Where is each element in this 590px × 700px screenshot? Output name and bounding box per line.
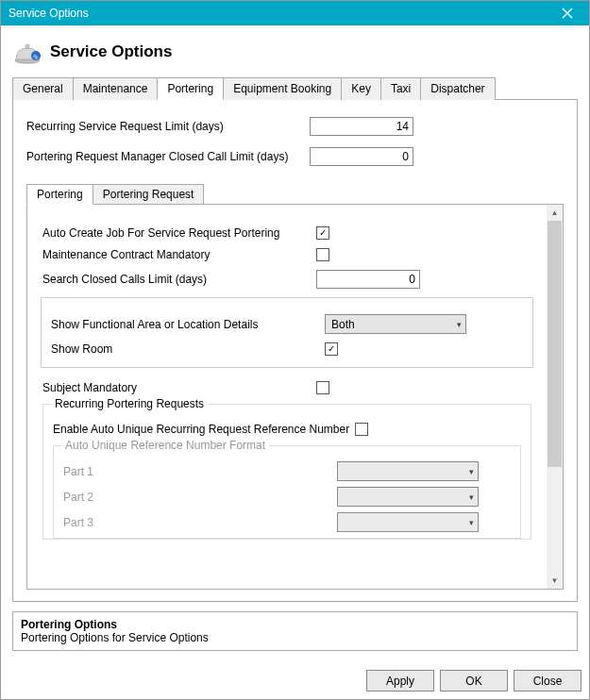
button-bar: Apply OK Close (1, 662, 589, 699)
header-row: Service Options (12, 37, 578, 67)
description-text: Portering Options for Service Options (21, 631, 569, 644)
main-tabstrip: General Maintenance Portering Equipment … (12, 76, 578, 100)
ref-number-format-legend: Auto Unique Reference Number Format (61, 439, 269, 452)
enable-unique-ref-label: Enable Auto Unique Recurring Request Ref… (53, 423, 349, 436)
inner-panel-wrap: Auto Create Job For Service Request Port… (26, 204, 564, 590)
recurring-limit-input[interactable] (310, 117, 413, 136)
part2-label: Part 2 (63, 491, 337, 504)
part1-label: Part 1 (63, 465, 337, 478)
description-box: Portering Options Portering Options for … (12, 611, 578, 651)
svg-rect-1 (25, 44, 29, 48)
show-func-area-label: Show Functional Area or Location Details (51, 318, 325, 331)
tab-equipment-booking[interactable]: Equipment Booking (223, 77, 342, 100)
window-title: Service Options (8, 7, 551, 20)
auto-create-job-label: Auto Create Job For Service Request Port… (42, 226, 316, 240)
maint-contract-mandatory-label: Maintenance Contract Mandatory (42, 248, 316, 261)
close-icon[interactable] (551, 4, 583, 23)
show-room-checkbox[interactable]: ✓ (325, 342, 338, 356)
subject-mandatory-label: Subject Mandatory (42, 381, 316, 394)
chevron-down-icon: ▾ (469, 467, 474, 476)
ref-number-format-fieldset: Auto Unique Reference Number Format Part… (53, 445, 521, 539)
maint-contract-mandatory-checkbox[interactable] (316, 248, 329, 261)
subject-mandatory-checkbox[interactable] (316, 381, 329, 394)
content-area: Service Options General Maintenance Port… (1, 25, 589, 662)
chevron-down-icon: ▾ (457, 320, 462, 329)
apply-button[interactable]: Apply (366, 670, 434, 692)
tab-maintenance[interactable]: Maintenance (73, 77, 159, 100)
inner-tabstrip: Portering Portering Request (26, 183, 564, 204)
chevron-down-icon: ▾ (469, 492, 474, 502)
page-title: Service Options (50, 42, 172, 61)
part1-dropdown[interactable]: ▾ (337, 461, 479, 481)
show-func-area-dropdown[interactable]: Both ▾ (325, 314, 466, 334)
part2-dropdown[interactable]: ▾ (337, 487, 479, 507)
search-closed-calls-input[interactable] (316, 270, 420, 289)
tab-key[interactable]: Key (341, 77, 381, 100)
scroll-thumb[interactable] (548, 221, 562, 467)
scroll-up-arrow-icon[interactable]: ▲ (547, 205, 563, 221)
chevron-down-icon: ▾ (469, 518, 474, 527)
ok-button[interactable]: OK (440, 670, 508, 692)
service-bell-icon (12, 37, 42, 67)
description-title: Portering Options (21, 618, 569, 631)
scroll-track[interactable] (547, 221, 563, 573)
location-subgroup: Show Functional Area or Location Details… (41, 297, 533, 368)
recurring-portering-fieldset: Recurring Portering Requests Enable Auto… (42, 404, 531, 540)
inner-tab-portering-request[interactable]: Portering Request (93, 184, 205, 205)
tab-dispatcher[interactable]: Dispatcher (420, 77, 495, 100)
search-closed-calls-label: Search Closed Calls Limit (days) (42, 273, 316, 286)
recurring-portering-legend: Recurring Portering Requests (51, 397, 208, 410)
titlebar: Service Options (1, 1, 589, 25)
tab-portering[interactable]: Portering (157, 77, 224, 100)
close-button[interactable]: Close (514, 670, 582, 692)
auto-create-job-checkbox[interactable]: ✓ (316, 226, 329, 240)
recurring-limit-label: Recurring Service Request Limit (days) (26, 120, 310, 133)
portering-panel: Recurring Service Request Limit (days) P… (12, 100, 578, 602)
portering-inner-panel: Auto Create Job For Service Request Port… (27, 205, 547, 589)
show-func-area-value: Both (331, 318, 355, 331)
scroll-down-arrow-icon[interactable]: ▼ (547, 573, 563, 589)
show-room-label: Show Room (51, 342, 325, 356)
enable-unique-ref-checkbox[interactable] (355, 423, 368, 436)
vertical-scrollbar[interactable]: ▲ ▼ (547, 205, 563, 589)
closed-call-limit-input[interactable] (310, 147, 413, 166)
tab-taxi[interactable]: Taxi (380, 77, 421, 100)
part3-dropdown[interactable]: ▾ (337, 512, 479, 532)
closed-call-limit-label: Portering Request Manager Closed Call Li… (26, 150, 310, 163)
inner-tab-portering[interactable]: Portering (26, 184, 93, 205)
part3-label: Part 3 (63, 516, 337, 529)
tab-general[interactable]: General (12, 77, 74, 100)
